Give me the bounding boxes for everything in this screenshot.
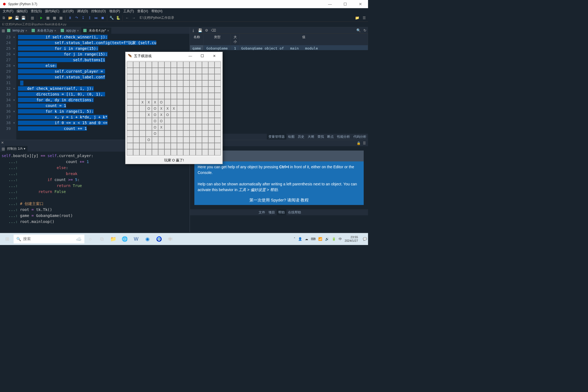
board-cell[interactable] [152,80,158,87]
board-cell[interactable] [208,62,215,68]
board-cell[interactable] [127,87,133,93]
board-cell[interactable] [133,130,139,137]
board-cell[interactable] [183,74,189,80]
board-cell[interactable]: O [164,112,171,118]
board-cell[interactable] [127,112,133,118]
board-cell[interactable] [196,62,202,68]
run-cell-icon[interactable]: ▦ [45,15,51,21]
board-cell[interactable] [215,62,221,68]
board-cell[interactable] [164,68,171,74]
board-cell[interactable] [202,137,208,143]
board-cell[interactable] [189,99,196,105]
board-cell[interactable] [183,80,189,87]
board-cell[interactable] [127,80,133,87]
close-icon[interactable]: × [107,29,109,33]
var-header-value[interactable]: 值 [240,34,368,45]
lock-icon[interactable]: 🔒 [357,141,361,145]
board-cell[interactable] [133,149,139,155]
board-cell[interactable]: O [158,99,164,105]
board-cell[interactable] [202,87,208,93]
board-cell[interactable] [208,149,215,155]
help-tab[interactable]: 文件 [257,209,267,215]
board-cell[interactable] [139,124,146,130]
close-icon[interactable]: × [54,29,56,33]
game-close-button[interactable]: ✕ [208,52,220,60]
board-cell[interactable] [171,62,177,68]
board-cell[interactable] [177,137,183,143]
board-cell[interactable] [215,105,221,112]
board-cell[interactable] [177,130,183,137]
board-cell[interactable] [171,80,177,87]
board-cell[interactable] [127,137,133,143]
game-window[interactable]: 🪶 五子棋游戏 — ✕ XXXOOOXXXXOXOOOOXOO 玩家 O 赢了! [125,52,223,164]
board-cell[interactable] [158,130,164,137]
app-icon-2[interactable]: 🧿 [154,234,164,244]
board-cell[interactable] [133,143,139,149]
board-cell[interactable]: O [152,130,158,137]
board-cell[interactable] [183,87,189,93]
board-cell[interactable] [171,93,177,99]
save-all-icon[interactable]: 💾 [21,15,26,21]
menu-查看(V)[interactable]: 查看(V) [136,8,150,14]
board-cell[interactable] [177,99,183,105]
board-cell[interactable] [139,130,146,137]
board-cell[interactable] [146,118,152,124]
back-icon[interactable]: ← [124,15,130,21]
board-cell[interactable]: O [146,137,152,143]
board-cell[interactable] [164,87,171,93]
board-cell[interactable] [189,130,196,137]
board-cell[interactable] [152,137,158,143]
cortana-icon[interactable]: ○ [85,234,96,244]
board-cell[interactable] [127,93,133,99]
board-cell[interactable] [189,149,196,155]
board-cell[interactable] [164,93,171,99]
board-cell[interactable] [171,87,177,93]
edge-icon[interactable]: ◉ [142,234,153,244]
board-cell[interactable] [133,62,139,68]
board-cell[interactable] [196,143,202,149]
board-cell[interactable] [189,87,196,93]
board-cell[interactable] [171,99,177,105]
board-cell[interactable] [146,130,152,137]
board-cell[interactable] [202,130,208,137]
board-cell[interactable] [139,105,146,112]
board-cell[interactable] [171,130,177,137]
board-cell[interactable] [215,68,221,74]
board-cell[interactable] [127,143,133,149]
board-cell[interactable] [164,124,171,130]
console-list-icon[interactable]: ▥ [1,146,6,151]
board-cell[interactable] [152,87,158,93]
board-cell[interactable] [171,118,177,124]
menu-编辑(E)[interactable]: 编辑(E) [15,8,29,14]
pane-tab[interactable]: 代码分析 [352,134,368,140]
board-cell[interactable] [202,149,208,155]
board-cell[interactable]: X [164,105,171,112]
console-tab[interactable]: 控制台 1/A▾ [5,146,27,152]
board-cell[interactable] [183,62,189,68]
board-cell[interactable] [133,124,139,130]
settings-icon[interactable]: ⚙ [205,28,208,32]
board-cell[interactable] [183,149,189,155]
menu-文件(F)[interactable]: 文件(F) [1,8,15,14]
board-cell[interactable] [146,68,152,74]
continue-icon[interactable]: ⏭ [93,15,99,21]
board-cell[interactable] [202,105,208,112]
board-cell[interactable] [171,112,177,118]
run-button[interactable] [39,15,44,21]
board-cell[interactable]: O [152,105,158,112]
board-cell[interactable] [189,112,196,118]
board-cell[interactable] [164,137,171,143]
board-cell[interactable] [177,93,183,99]
board-cell[interactable] [146,62,152,68]
board-cell[interactable] [196,99,202,105]
board-cell[interactable] [189,74,196,80]
debug-icon[interactable]: ⏸ [67,15,73,21]
board-cell[interactable] [127,149,133,155]
board-cell[interactable] [196,87,202,93]
board-cell[interactable] [158,62,164,68]
board-cell[interactable]: O [158,118,164,124]
board-cell[interactable] [208,80,215,87]
board-cell[interactable] [196,112,202,118]
board-cell[interactable] [139,93,146,99]
board-cell[interactable] [215,74,221,80]
